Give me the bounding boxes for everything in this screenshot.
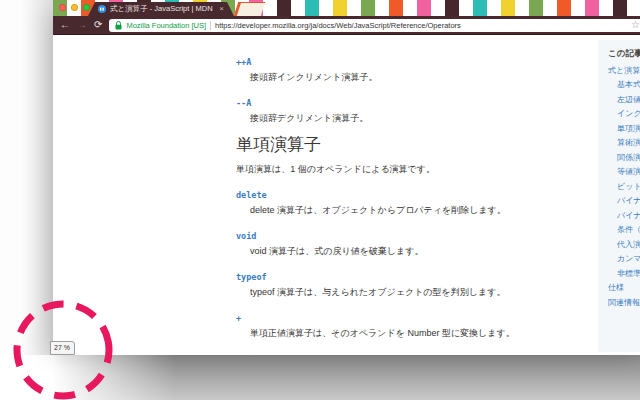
operator-description: void 演算子は、式の戻り値を破棄します。 — [250, 246, 588, 257]
toc-link[interactable]: 基本式 — [617, 81, 640, 89]
theme-stripe — [557, 0, 571, 16]
definition-entry: --A 接頭辞デクリメント演算子。 — [236, 98, 588, 124]
theme-stripe — [277, 0, 291, 16]
theme-stripe — [585, 0, 599, 16]
toc-heading: この記事では — [608, 48, 640, 60]
theme-stripe — [529, 0, 543, 16]
reload-icon[interactable]: ⟳ — [94, 20, 102, 30]
operator-link[interactable]: typeof — [236, 272, 588, 283]
theme-stripe — [459, 0, 473, 16]
theme-stripe — [291, 0, 305, 16]
toc-link[interactable]: 代入演算子 — [617, 241, 640, 249]
theme-stripe — [417, 0, 431, 16]
address-bar-divider — [210, 21, 211, 30]
new-tab-button[interactable] — [234, 2, 266, 16]
theme-stripe — [403, 0, 417, 16]
browser-toolbar: ← → ⟳ Mozilla Foundation [US] https://de… — [53, 16, 640, 35]
toc-link[interactable]: インクリメントとデクリメント — [617, 110, 640, 118]
operator-link[interactable]: - — [236, 354, 588, 355]
tab-title: 式と演算子 - JavaScript | MDN — [110, 4, 216, 14]
page-content-area: ++A 接頭辞インクリメント演算子。 --A 接頭辞デクリメント演算子。 単項演… — [53, 36, 640, 355]
definition-entry: delete delete 演算子は、オブジェクトからプロパティを削除します。 — [236, 190, 588, 216]
zoom-percentage-bubble: 27 % — [50, 341, 75, 355]
toc-link[interactable]: カンマ演算子 — [617, 255, 640, 263]
operator-description: typeof 演算子は、与えられたオブジェクトの型を判別します。 — [250, 287, 588, 298]
toc-link[interactable]: 関連情報 — [608, 299, 640, 307]
definition-entry: + 単項正値演算子は、そのオペランドを Number 型に変換します。 — [236, 313, 588, 339]
operator-description: delete 演算子は、オブジェクトからプロパティを削除します。 — [250, 205, 588, 216]
toc-link[interactable]: 非標準の機能 — [617, 270, 640, 278]
theme-stripe — [361, 0, 375, 16]
bookmark-star-icon[interactable]: ☆ — [631, 20, 640, 30]
traffic-light-button[interactable] — [59, 4, 66, 11]
window-bottom-shadow-fade — [0, 355, 175, 400]
theme-stripe — [515, 0, 529, 16]
toc-link[interactable]: バイナリ論理演算子 — [617, 212, 640, 220]
theme-stripe — [333, 0, 347, 16]
address-bar[interactable]: Mozilla Foundation [US] https://develope… — [109, 19, 640, 32]
definition-entry: - — [236, 354, 588, 355]
section-intro-text: 単項演算は、1 個のオペランドによる演算です。 — [236, 164, 588, 175]
operator-definition-list-top: ++A 接頭辞インクリメント演算子。 --A 接頭辞デクリメント演算子。 — [236, 57, 588, 124]
toc-link[interactable]: 仕様 — [608, 284, 640, 292]
window-left-shadow — [21, 0, 53, 357]
theme-stripe — [487, 0, 501, 16]
toc-link[interactable]: 式と演算子 — [608, 67, 640, 75]
toc-link[interactable]: 算術演算子 — [617, 139, 640, 147]
tab-strip: 式と演算子 - JavaScript | MDN × — [53, 0, 640, 16]
section-heading: 単項演算子 — [236, 135, 588, 155]
operator-link[interactable]: void — [236, 231, 588, 242]
theme-stripe — [375, 0, 389, 16]
definition-entry: void void 演算子は、式の戻り値を破棄します。 — [236, 231, 588, 257]
forward-icon[interactable]: → — [77, 20, 87, 30]
operator-description: 接頭辞デクリメント演算子。 — [250, 113, 588, 124]
padlock-icon — [115, 21, 122, 30]
theme-stripe — [347, 0, 361, 16]
traffic-light-button[interactable] — [83, 4, 90, 11]
security-chip[interactable]: Mozilla Foundation [US] — [126, 21, 206, 30]
theme-stripe — [599, 0, 613, 16]
toc-link[interactable]: 条件（三項）演算子 — [617, 226, 640, 234]
toc-link[interactable]: バイナリビット演算子 — [617, 197, 640, 205]
theme-stripe — [501, 0, 515, 16]
operator-link[interactable]: --A — [236, 98, 588, 109]
operator-link[interactable]: ++A — [236, 57, 588, 68]
theme-stripe — [389, 0, 403, 16]
theme-stripe — [627, 0, 640, 16]
theme-stripe — [305, 0, 319, 16]
toc-link[interactable]: 関係演算子 — [617, 154, 640, 162]
toc-link[interactable]: 等値演算子 — [617, 168, 640, 176]
operator-link[interactable]: + — [236, 313, 588, 324]
theme-stripe — [613, 0, 627, 16]
definition-entry: typeof typeof 演算子は、与えられたオブジェクトの型を判別します。 — [236, 272, 588, 298]
browser-window: 式と演算子 - JavaScript | MDN × ← → ⟳ Mozilla… — [53, 0, 640, 355]
theme-stripe — [319, 0, 333, 16]
operator-description: 単項正値演算子は、そのオペランドを Number 型に変換します。 — [250, 328, 588, 339]
operator-link[interactable]: delete — [236, 190, 588, 201]
mdn-favicon-icon — [98, 5, 106, 13]
toc-link[interactable]: 左辺値式 — [617, 96, 640, 104]
toc-list: 式と演算子基本式左辺値式インクリメントとデクリメント単項演算子算術演算子関係演算… — [608, 67, 640, 307]
tab-close-icon[interactable]: × — [219, 5, 224, 13]
definition-entry: ++A 接頭辞インクリメント演算子。 — [236, 57, 588, 83]
back-icon[interactable]: ← — [60, 20, 70, 30]
theme-stripe — [571, 0, 585, 16]
theme-stripe — [431, 0, 445, 16]
operator-definition-list-unary: delete delete 演算子は、オブジェクトからプロパティを削除します。 … — [236, 190, 588, 355]
toc-link[interactable]: ビットシフト演算子 — [617, 183, 640, 191]
theme-stripe — [473, 0, 487, 16]
traffic-lights — [59, 4, 90, 11]
url-text[interactable]: https://developer.mozilla.org/ja/docs/We… — [215, 21, 627, 30]
traffic-light-button[interactable] — [71, 4, 78, 11]
theme-stripe — [445, 0, 459, 16]
operator-description: 接頭辞インクリメント演算子。 — [250, 72, 588, 83]
toc-link[interactable]: 単項演算子 — [617, 125, 640, 133]
screenshot-stage: 式と演算子 - JavaScript | MDN × ← → ⟳ Mozilla… — [0, 0, 640, 400]
article-column: ++A 接頭辞インクリメント演算子。 --A 接頭辞デクリメント演算子。 単項演… — [236, 36, 588, 355]
theme-stripe — [543, 0, 557, 16]
toc-sidebar: この記事では 式と演算子基本式左辺値式インクリメントとデクリメント単項演算子算術… — [598, 40, 640, 352]
browser-tab[interactable]: 式と演算子 - JavaScript | MDN × — [88, 2, 234, 16]
